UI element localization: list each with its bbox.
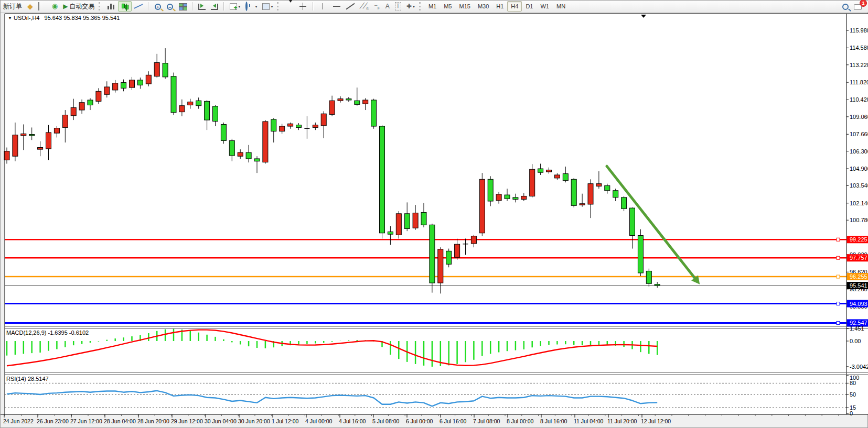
timeframe-button-h1[interactable]: H1 (492, 1, 507, 12)
autotrading-button[interactable]: ▶自动交易 (60, 1, 97, 12)
chart-canvas[interactable]: 115.980114.580113.220111.820110.420109.0… (1, 1, 868, 428)
candle-body (329, 101, 335, 114)
time-axis-label[interactable]: 27 Jun 12:00 (70, 418, 102, 424)
timeframe-button-d1[interactable]: D1 (522, 1, 537, 12)
time-axis-label[interactable]: 30 Jun 20:00 (238, 418, 270, 424)
signals-icon[interactable]: ◉ (49, 1, 60, 12)
time-axis-label[interactable]: 6 Jul 00:00 (406, 418, 433, 424)
time-axis-label[interactable]: 7 Jul 08:00 (473, 418, 500, 424)
candle-body (446, 251, 452, 264)
time-axis-label[interactable]: 5 Jul 08:00 (372, 418, 400, 424)
trendline-icon[interactable] (344, 1, 357, 12)
line-handle[interactable] (837, 256, 840, 259)
candle-body (413, 213, 418, 228)
candle-body (588, 184, 593, 204)
candle-body (363, 100, 368, 104)
timeframe-button-m1[interactable]: M1 (425, 1, 440, 12)
candle-body (596, 184, 602, 186)
time-axis-label[interactable]: 26 Jun 23:00 (37, 418, 69, 424)
line-handle[interactable] (837, 275, 840, 278)
toolbar-right-group: 1 (839, 1, 864, 12)
candle-body (13, 135, 18, 157)
toolbar-grip (277, 2, 281, 10)
candle-body (113, 83, 118, 90)
price-tick-label: 113.220 (850, 62, 868, 68)
candle-body (271, 119, 276, 131)
time-axis-label[interactable]: 1 Jul 12:00 (272, 418, 299, 424)
candle-body (338, 99, 343, 101)
periods-icon[interactable]: ▾ (243, 1, 260, 12)
time-axis-label[interactable]: 11 Jul 20:00 (607, 418, 637, 424)
new-order-button[interactable]: 新订单 (1, 1, 25, 12)
rsi-axis-label: 50 (850, 391, 856, 398)
timeframe-button-m5[interactable]: M5 (440, 1, 455, 12)
time-axis-label[interactable]: 4 Jul 00:00 (305, 418, 333, 424)
zoom-out-icon[interactable]: − (164, 1, 176, 12)
crosshair-icon[interactable] (296, 1, 310, 12)
deposit-icon[interactable]: ◆ (25, 1, 36, 12)
candlestick-chart-icon[interactable] (118, 1, 132, 12)
time-axis-label[interactable]: 30 Jun 04:00 (205, 418, 237, 424)
toolbar-grip (99, 2, 103, 10)
time-axis-label[interactable]: 6 Jul 16:00 (440, 418, 467, 424)
bar-chart-icon[interactable] (104, 1, 118, 12)
candle-body (554, 175, 560, 178)
fibonacci-icon[interactable]: ┄F (372, 1, 383, 12)
price-tick-label: 103.540 (850, 182, 868, 189)
candle-body (355, 101, 360, 104)
indicators-list-icon[interactable]: +▾ (227, 1, 243, 12)
text-icon[interactable]: A (383, 1, 392, 12)
notifications-chat-icon[interactable]: 1 (851, 1, 864, 12)
line-handle[interactable] (837, 238, 840, 241)
text-label-icon[interactable]: T (392, 1, 404, 12)
candle-body (196, 101, 201, 106)
search-icon[interactable] (839, 1, 851, 12)
price-axis-area[interactable] (846, 14, 868, 414)
candle-body (621, 197, 627, 208)
tile-windows-icon[interactable] (176, 1, 189, 12)
time-axis-label[interactable]: 28 Jun 04:00 (104, 418, 136, 424)
candle-body (521, 196, 527, 199)
cursor-icon[interactable] (283, 1, 296, 12)
rsi-indicator-label: RSI(14) 28.5147 (6, 376, 49, 382)
time-axis-label[interactable]: 8 Jul 16:00 (540, 418, 567, 424)
candle-body (513, 197, 518, 200)
time-axis-label[interactable]: 24 Jun 2022 (3, 418, 34, 424)
candle-body (655, 284, 660, 286)
time-axis-label[interactable]: 8 Jul 00:00 (507, 418, 534, 424)
line-handle[interactable] (837, 321, 840, 324)
timeframe-button-mn[interactable]: MN (553, 1, 569, 12)
candle-body (88, 100, 93, 105)
line-handle[interactable] (837, 302, 840, 305)
price-line-badge-label: 96.255 (850, 273, 867, 280)
timeframe-button-m15[interactable]: M15 (455, 1, 474, 12)
templates-icon[interactable]: ▾ (260, 1, 275, 12)
vertical-line-icon[interactable] (316, 1, 330, 12)
terminal-icon[interactable] (36, 1, 49, 12)
horizontal-line-icon[interactable] (330, 1, 344, 12)
candle-body (638, 236, 643, 273)
auto-scroll-icon[interactable] (196, 1, 208, 12)
line-chart-icon[interactable] (132, 1, 145, 12)
time-axis-label[interactable]: 12 Jul 12:00 (641, 418, 671, 424)
candle-body (213, 106, 218, 122)
time-axis-label[interactable]: 11 Jul 04:00 (574, 418, 604, 424)
time-axis-label[interactable]: 28 Jun 20:00 (137, 418, 169, 424)
timeframe-button-h4[interactable]: H4 (507, 1, 522, 12)
chat-badge: 1 (860, 0, 867, 7)
mt4-window: 新订单◆◉▶自动交易+−+▾▾▾╱╱E┄FAT✚▾M1M5M15M30H1H4D… (0, 0, 868, 428)
symbol-dropdown-icon[interactable]: ▼ (8, 16, 12, 20)
candle-body (171, 76, 176, 113)
timeframe-button-m30[interactable]: M30 (474, 1, 492, 12)
arrows-icon[interactable]: ✚▾ (404, 1, 417, 12)
time-axis-label[interactable]: 29 Jun 12:00 (171, 418, 203, 424)
chart-shift-icon[interactable] (208, 1, 221, 12)
equidistant-channel-icon[interactable]: ╱╱E (357, 1, 371, 12)
time-axis-label[interactable]: 4 Jul 16:00 (339, 418, 366, 424)
price-tick-label: 107.660 (850, 131, 868, 137)
timeframe-button-w1[interactable]: W1 (537, 1, 553, 12)
zoom-in-icon[interactable]: + (152, 1, 164, 12)
candle-body (146, 75, 151, 84)
candle-body (229, 140, 234, 156)
candle-body (646, 271, 651, 283)
